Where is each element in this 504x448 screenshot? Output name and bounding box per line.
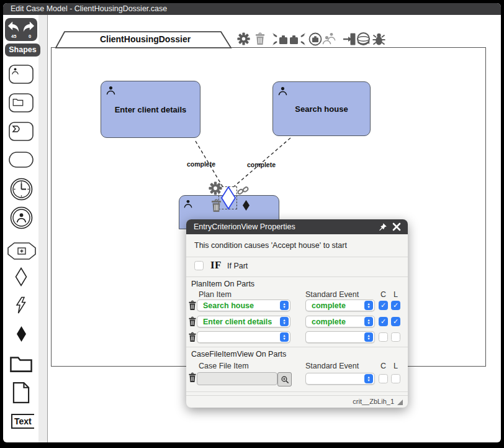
criterion-id-label: crit__ZbLih_1 bbox=[353, 398, 394, 405]
select-value: complete bbox=[312, 301, 346, 310]
palette-entry-criterion[interactable] bbox=[15, 267, 27, 289]
dialog-description: This condition causes 'Accept house' to … bbox=[194, 241, 347, 250]
standard-event-select[interactable]: ▲▼ bbox=[305, 331, 375, 343]
palette-user-event[interactable] bbox=[10, 206, 33, 232]
l-checkbox[interactable] bbox=[391, 332, 400, 342]
planitem-section-title: PlanItem On Parts bbox=[191, 280, 254, 288]
select-stepper-icon: ▲▼ bbox=[364, 332, 373, 342]
app-window: Edit Case Model - ClientHousingDossier.c… bbox=[0, 0, 504, 448]
plan-item-select[interactable]: Enter client details ▲▼ bbox=[197, 316, 290, 327]
c-checkbox[interactable] bbox=[379, 301, 388, 310]
pin-icon[interactable] bbox=[378, 222, 387, 232]
delete-icon[interactable] bbox=[254, 32, 266, 45]
case-file-item-search-button[interactable] bbox=[277, 372, 292, 386]
task-search-house[interactable]: Search house bbox=[272, 81, 371, 136]
exit-criterion-handle-icon[interactable] bbox=[242, 199, 250, 211]
select-stepper-icon: ▲▼ bbox=[364, 317, 373, 326]
palette-stage[interactable] bbox=[9, 152, 34, 170]
shapes-panel-label: Shapes bbox=[9, 45, 36, 54]
participants-icon[interactable] bbox=[322, 32, 336, 45]
select-value: complete bbox=[312, 318, 346, 326]
standard-event-header: Standard Event bbox=[305, 290, 359, 299]
palette-event-listener[interactable] bbox=[15, 296, 27, 317]
palette-case-task[interactable] bbox=[9, 93, 34, 115]
criterion-properties-gear-icon[interactable] bbox=[209, 181, 222, 195]
standard-event-select[interactable]: complete ▲▼ bbox=[305, 316, 375, 327]
palette-milestone[interactable] bbox=[7, 242, 36, 262]
history-buttons: 45 0 bbox=[5, 18, 37, 41]
l-checkbox[interactable] bbox=[391, 301, 400, 310]
window-title: Edit Case Model - ClientHousingDossier.c… bbox=[11, 4, 167, 13]
row-delete-trash-icon[interactable] bbox=[188, 372, 197, 383]
if-keyword: IF bbox=[210, 259, 222, 272]
onpart-label-right: complete bbox=[245, 161, 277, 168]
criterion-delete-trash-icon[interactable] bbox=[210, 199, 222, 213]
palette-exit-criterion[interactable] bbox=[16, 326, 27, 345]
debug-icon[interactable] bbox=[372, 32, 386, 46]
if-part-checkbox[interactable] bbox=[194, 261, 204, 270]
select-stepper-icon: ▲▼ bbox=[280, 317, 289, 326]
case-file-item-header: Case File Item bbox=[199, 362, 249, 370]
package-icon[interactable] bbox=[308, 32, 322, 46]
dialog-header[interactable]: EntryCriterionView Properties bbox=[186, 219, 408, 234]
magnifier-icon bbox=[281, 375, 289, 384]
standard-event-select[interactable]: complete ▲▼ bbox=[305, 299, 375, 311]
redo-icon[interactable] bbox=[22, 21, 35, 33]
select-value: Enter client details bbox=[203, 318, 272, 326]
l-checkbox[interactable] bbox=[391, 374, 400, 383]
clock-icon bbox=[10, 178, 33, 201]
shapes-panel-tab[interactable]: Shapes bbox=[5, 43, 40, 57]
row-delete-trash-icon[interactable] bbox=[188, 300, 197, 311]
export-icon[interactable] bbox=[289, 32, 306, 46]
text-tool-label: Text bbox=[14, 416, 32, 426]
task-label: Enter client details bbox=[101, 105, 200, 114]
c-checkbox[interactable] bbox=[379, 317, 388, 326]
palette-timer-event[interactable] bbox=[10, 178, 33, 203]
task-label: Search house bbox=[273, 104, 370, 114]
person-icon bbox=[277, 86, 288, 96]
l-header: L bbox=[391, 290, 400, 299]
c-header: C bbox=[379, 362, 388, 370]
l-header: L bbox=[391, 362, 400, 370]
select-stepper-icon: ▲▼ bbox=[364, 374, 373, 383]
plan-item-header: Plan Item bbox=[199, 290, 232, 299]
palette-case-file-document[interactable] bbox=[12, 382, 30, 406]
sidebar-gutter bbox=[38, 15, 48, 442]
case-tab-label[interactable]: ClientHousingDossier bbox=[55, 34, 236, 44]
task-enter-client-details[interactable]: Enter client details bbox=[101, 81, 200, 138]
plan-item-select[interactable]: ▲▼ bbox=[197, 331, 290, 343]
entry-criterion-diamond[interactable] bbox=[220, 186, 236, 210]
settings-icon[interactable] bbox=[237, 32, 250, 45]
row-delete-trash-icon[interactable] bbox=[188, 316, 197, 327]
person-icon bbox=[183, 199, 193, 209]
select-value: Search house bbox=[203, 301, 254, 310]
case-file-item-input[interactable] bbox=[197, 372, 277, 385]
standard-event-select[interactable]: ▲▼ bbox=[305, 373, 375, 385]
publish-icon[interactable] bbox=[356, 32, 371, 46]
l-checkbox[interactable] bbox=[391, 317, 400, 326]
palette-case-file-folder[interactable] bbox=[9, 354, 33, 375]
select-stepper-icon: ▲▼ bbox=[280, 301, 289, 310]
c-checkbox[interactable] bbox=[379, 374, 388, 383]
c-checkbox[interactable] bbox=[379, 332, 388, 342]
redo-count: 0 bbox=[29, 34, 31, 39]
plan-item-select[interactable]: Search house ▲▼ bbox=[197, 299, 290, 311]
properties-dialog: EntryCriterionView Properties This condi… bbox=[186, 219, 408, 408]
casefileitem-section-title: CaseFileItemView On Parts bbox=[191, 350, 286, 359]
person-icon bbox=[16, 212, 27, 224]
close-icon[interactable] bbox=[392, 222, 401, 231]
palette-human-task[interactable] bbox=[9, 65, 34, 86]
row-delete-trash-icon[interactable] bbox=[188, 332, 197, 342]
c-header: C bbox=[379, 290, 388, 299]
undo-icon[interactable] bbox=[7, 21, 20, 33]
select-stepper-icon: ▲▼ bbox=[280, 332, 289, 342]
criterion-connect-link-icon[interactable] bbox=[237, 185, 249, 196]
palette-text-annotation[interactable]: Text bbox=[11, 414, 34, 429]
palette-process-task[interactable] bbox=[9, 122, 34, 144]
import-icon[interactable] bbox=[272, 32, 288, 46]
folder-icon bbox=[12, 98, 24, 106]
person-icon bbox=[106, 85, 116, 96]
document-icon bbox=[12, 382, 30, 404]
resize-grip[interactable] bbox=[397, 399, 403, 406]
deploy-icon[interactable] bbox=[343, 32, 356, 46]
